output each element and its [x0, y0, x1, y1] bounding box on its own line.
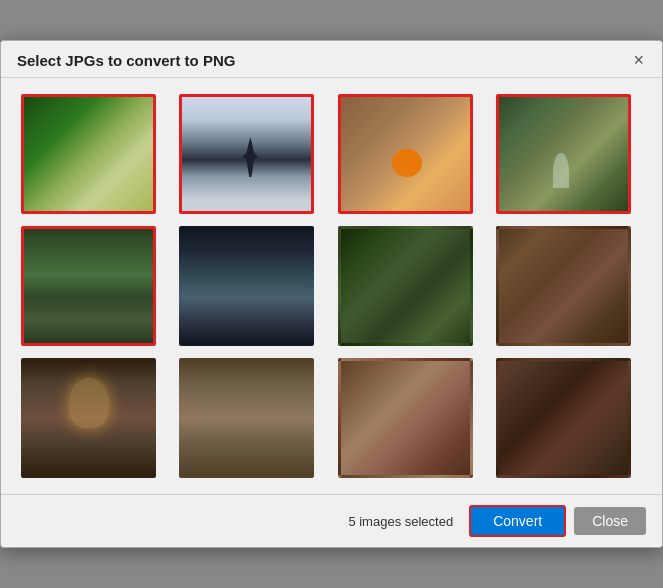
- image-thumbnail-8[interactable]: [496, 226, 631, 346]
- dialog-footer: 5 images selected Convert Close: [1, 494, 662, 547]
- image-grid: [21, 94, 642, 478]
- image-thumbnail-6[interactable]: [179, 226, 314, 346]
- image-thumbnail-12[interactable]: [496, 358, 631, 478]
- image-thumbnail-2[interactable]: [179, 94, 314, 214]
- image-thumbnail-11[interactable]: [338, 358, 473, 478]
- image-thumbnail-4[interactable]: [496, 94, 631, 214]
- image-thumbnail-9[interactable]: [21, 358, 156, 478]
- orange-decoration: [392, 149, 422, 177]
- image-thumbnail-7[interactable]: [338, 226, 473, 346]
- close-button[interactable]: Close: [574, 507, 646, 535]
- image-thumbnail-3[interactable]: [338, 94, 473, 214]
- lamp-decoration: [69, 378, 109, 428]
- status-text: 5 images selected: [348, 514, 453, 529]
- convert-button[interactable]: Convert: [469, 505, 566, 537]
- dialog-header: Select JPGs to convert to PNG ×: [1, 41, 662, 78]
- image-thumbnail-1[interactable]: [21, 94, 156, 214]
- header-close-button[interactable]: ×: [631, 51, 646, 69]
- image-thumbnail-5[interactable]: [21, 226, 156, 346]
- dialog: Select JPGs to convert to PNG ×: [0, 40, 663, 548]
- bird-decoration: [240, 137, 260, 177]
- dialog-title: Select JPGs to convert to PNG: [17, 52, 235, 69]
- image-thumbnail-10[interactable]: [179, 358, 314, 478]
- dialog-body: [1, 78, 662, 494]
- fountain-decoration: [553, 153, 569, 188]
